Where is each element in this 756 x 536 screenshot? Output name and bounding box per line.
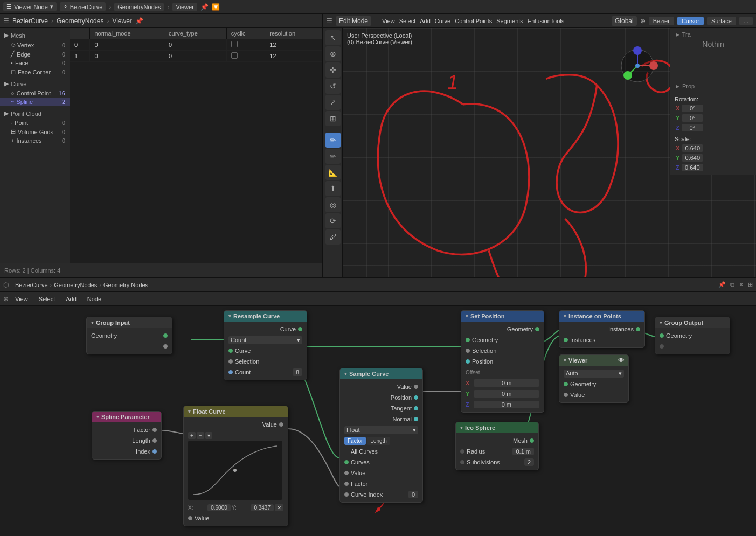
sidebar-item-volume-grids[interactable]: ⊞ Volume Grids 0 — [0, 127, 70, 136]
sp-y: Y 0 m — [461, 388, 544, 399]
sp-header: ▾ Set Position — [461, 311, 544, 322]
sidebar-item-instances[interactable]: + Instances 0 — [0, 136, 70, 145]
tool-draw[interactable]: 🖊 — [325, 229, 341, 245]
sidebar-item-face[interactable]: ▪ Face 0 — [0, 59, 70, 67]
node-canvas[interactable]: ▾ Group Input Geometry ▾ Resam — [0, 306, 756, 536]
tool-scale[interactable]: ⤢ — [325, 95, 341, 110]
scale-x-value[interactable]: 0.640 — [682, 144, 703, 152]
filter-icon[interactable]: 🔽 — [212, 3, 220, 11]
vp-menu-add[interactable]: Add — [420, 18, 431, 24]
ne-bc2[interactable]: GeometryNodes — [54, 282, 97, 288]
tool-transform[interactable]: ⊞ — [325, 111, 341, 126]
spn-index: Index — [92, 446, 161, 457]
fc-close-btn[interactable]: ✕ — [275, 504, 283, 511]
tool-measure[interactable]: 📐 — [325, 165, 341, 180]
col-cyclic[interactable]: cyclic — [226, 28, 265, 39]
rc-dropdown-icon: ▾ — [297, 337, 300, 344]
sidebar-item-spline[interactable]: ~ Spline 2 — [0, 98, 70, 106]
rot-x-value[interactable]: 0° — [682, 105, 703, 112]
ne-menu-add[interactable]: Add — [61, 295, 81, 303]
rot-z-value[interactable]: 0° — [682, 124, 703, 131]
pc-label: Point Cloud — [11, 110, 41, 117]
viewport-canvas[interactable]: User Perspective (Local) (0) BezierCurve… — [323, 28, 756, 277]
go-body: Geometry — [655, 328, 730, 354]
vp-menu-et[interactable]: EnfusionTools — [528, 18, 565, 24]
bezier-btn[interactable]: Bezier — [649, 17, 674, 25]
vp-menu-cp[interactable]: Control Points — [455, 18, 492, 24]
surface-btn[interactable]: Surface — [707, 17, 736, 25]
ne-menu-node[interactable]: Node — [83, 295, 106, 303]
rot-y-value[interactable]: 0° — [682, 114, 703, 122]
sidebar-item-control-point[interactable]: ○ Control Point 16 — [0, 89, 70, 98]
pin-icon[interactable]: 📌 — [200, 3, 209, 11]
tool-rotate[interactable]: ↺ — [325, 79, 341, 94]
fc-ctrl3[interactable]: ▾ — [205, 432, 212, 439]
ne-copy[interactable]: ⧉ — [730, 281, 734, 288]
checkbox-cyclic-1[interactable] — [231, 52, 238, 59]
sp-pin[interactable]: 📌 — [135, 17, 143, 25]
vp-menu-view[interactable]: View — [382, 18, 395, 24]
tool-select[interactable]: ↖ — [325, 30, 341, 45]
sc-mode-dropdown[interactable]: Float ▾ — [344, 426, 418, 434]
vp-mode-label[interactable]: Edit Mode — [336, 16, 371, 26]
sidebar-cat-curve[interactable]: ▶ Curve — [0, 79, 70, 89]
fc-ctrl2[interactable]: − — [197, 432, 204, 439]
vp-menu-curve[interactable]: Curve — [435, 18, 450, 24]
sidebar-cat-mesh[interactable]: ▶ Mesh — [0, 30, 70, 40]
more-btn[interactable]: ... — [739, 17, 753, 25]
ne-pin[interactable]: 📌 — [718, 281, 726, 288]
sc-ci-value[interactable]: 0 — [408, 491, 418, 498]
fc-x-val[interactable]: 0.6000 — [207, 504, 231, 511]
editor-type-selector[interactable]: ☰ Viewer Node ▾ — [3, 2, 57, 11]
fc-y-val[interactable]: 0.3437 — [251, 504, 274, 511]
sp-y-value[interactable]: 0 m — [474, 390, 539, 398]
scale-y-value[interactable]: 0.640 — [682, 154, 703, 162]
ne-menu-select[interactable]: Select — [34, 295, 60, 303]
vp-global-btn[interactable]: Global — [612, 16, 637, 26]
sp-z-value[interactable]: 0 m — [474, 401, 539, 408]
sidebar-item-vertex[interactable]: ◇ Vertex 0 — [0, 40, 70, 50]
vp-menu-select[interactable]: Select — [399, 18, 416, 24]
sc-factor-btn[interactable]: Factor — [344, 437, 366, 445]
vn-auto-dropdown[interactable]: Auto ▾ — [564, 370, 624, 378]
tool-annotate[interactable]: ✏ — [325, 133, 341, 148]
vp-menu-seg[interactable]: Segments — [496, 18, 523, 24]
tool-annotate2[interactable]: ✏ — [325, 149, 341, 164]
sp-breadcrumb3[interactable]: Viewer — [112, 17, 131, 25]
col-normal-mode[interactable]: normal_mode — [90, 28, 164, 39]
is-sub-value[interactable]: 2 — [524, 458, 534, 466]
tool-radius[interactable]: ◎ — [325, 197, 341, 212]
ne-close[interactable]: ✕ — [739, 281, 744, 288]
cursor-btn[interactable]: Cursor — [677, 17, 704, 25]
vertex-count: 0 — [62, 42, 65, 48]
rc-count-value[interactable]: 8 — [293, 368, 302, 376]
breadcrumb-bezier[interactable]: ⚬ BezierCurve — [60, 2, 106, 11]
ne-bc1[interactable]: BezierCurve — [15, 282, 48, 288]
sp-breadcrumb1[interactable]: BezierCurve — [12, 17, 48, 25]
tool-move[interactable]: ✛ — [325, 62, 341, 78]
sp-breadcrumb2[interactable]: GeometryNodes — [57, 17, 103, 25]
col-curve-type[interactable]: curve_type — [164, 28, 227, 39]
tool-cursor[interactable]: ⊕ — [325, 46, 341, 61]
is-rad-value[interactable]: 0.1 m — [512, 448, 534, 455]
scale-z-value[interactable]: 0.640 — [682, 164, 703, 171]
tool-tilt[interactable]: ⟳ — [325, 213, 341, 228]
fc-val-in-socket — [188, 516, 192, 520]
sidebar-cat-point-cloud[interactable]: ▶ Point Cloud — [0, 108, 70, 119]
sidebar-item-face-corner[interactable]: ◻ Face Corner 0 — [0, 67, 70, 76]
sidebar-item-edge[interactable]: ╱ Edge 0 — [0, 50, 70, 59]
tool-extrude[interactable]: ⬆ — [325, 181, 341, 196]
checkbox-cyclic-0[interactable] — [231, 41, 238, 47]
sc-length-btn[interactable]: Length — [367, 437, 390, 445]
sidebar-item-point[interactable]: · Point 0 — [0, 119, 70, 127]
sp-x-value[interactable]: 0 m — [474, 379, 539, 387]
fc-preview — [188, 441, 282, 500]
ne-menu-view[interactable]: View — [11, 295, 32, 303]
fc-ctrl1[interactable]: + — [188, 432, 196, 439]
breadcrumb-viewer[interactable]: Viewer — [172, 3, 197, 11]
ne-float[interactable]: ⊞ — [748, 281, 753, 288]
breadcrumb-geonodes[interactable]: GeometryNodes — [114, 3, 164, 11]
col-resolution[interactable]: resolution — [265, 28, 322, 39]
rc-mode-dropdown[interactable]: Count ▾ — [228, 336, 302, 344]
ne-bc3[interactable]: Geometry Nodes — [103, 282, 148, 288]
